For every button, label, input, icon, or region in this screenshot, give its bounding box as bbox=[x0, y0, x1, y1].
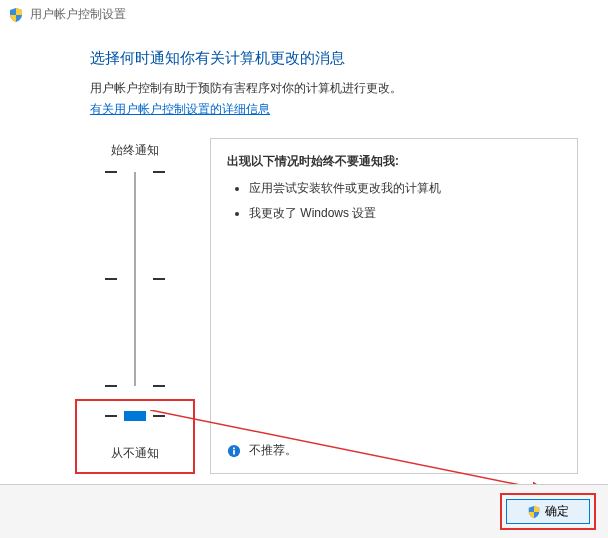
info-panel: 出现以下情况时始终不要通知我: 应用尝试安装软件或更改我的计算机 我更改了 Wi… bbox=[210, 138, 578, 474]
slider-column: 始终通知 从不通知 bbox=[90, 138, 180, 474]
info-note-text: 不推荐。 bbox=[249, 442, 297, 459]
highlight-box-ok: 确定 bbox=[500, 493, 596, 530]
info-icon bbox=[227, 444, 241, 458]
dialog-footer: 确定 bbox=[0, 484, 608, 538]
slider-thumb[interactable] bbox=[124, 411, 146, 421]
window-titlebar: 用户帐户控制设置 bbox=[0, 0, 608, 29]
content-area: 选择何时通知你有关计算机更改的消息 用户帐户控制有助于预防有害程序对你的计算机进… bbox=[0, 29, 608, 474]
slider-area: 始终通知 从不通知 出现以下情况时始终不要通知我: 应用尝试安装软件或更改我的计… bbox=[90, 138, 578, 474]
slider-track bbox=[134, 172, 136, 386]
ok-button[interactable]: 确定 bbox=[506, 499, 590, 524]
info-note: 不推荐。 bbox=[227, 442, 561, 459]
shield-icon bbox=[8, 7, 24, 23]
shield-icon bbox=[527, 505, 541, 519]
slider-label-top: 始终通知 bbox=[111, 142, 159, 159]
page-heading: 选择何时通知你有关计算机更改的消息 bbox=[90, 49, 578, 68]
details-link[interactable]: 有关用户帐户控制设置的详细信息 bbox=[90, 102, 270, 116]
info-title: 出现以下情况时始终不要通知我: bbox=[227, 153, 561, 170]
ok-button-label: 确定 bbox=[545, 503, 569, 520]
info-list-item: 应用尝试安装软件或更改我的计算机 bbox=[249, 180, 561, 197]
highlight-box-slider: 从不通知 bbox=[75, 399, 195, 474]
slider-tick-bottom bbox=[105, 411, 165, 421]
slider-label-bottom: 从不通知 bbox=[111, 445, 159, 462]
info-list: 应用尝试安装软件或更改我的计算机 我更改了 Windows 设置 bbox=[233, 180, 561, 230]
uac-slider[interactable] bbox=[105, 169, 165, 389]
info-list-item: 我更改了 Windows 设置 bbox=[249, 205, 561, 222]
svg-rect-1 bbox=[233, 450, 235, 454]
page-subtext: 用户帐户控制有助于预防有害程序对你的计算机进行更改。 bbox=[90, 80, 578, 97]
window-title: 用户帐户控制设置 bbox=[30, 6, 126, 23]
svg-rect-2 bbox=[233, 447, 235, 449]
